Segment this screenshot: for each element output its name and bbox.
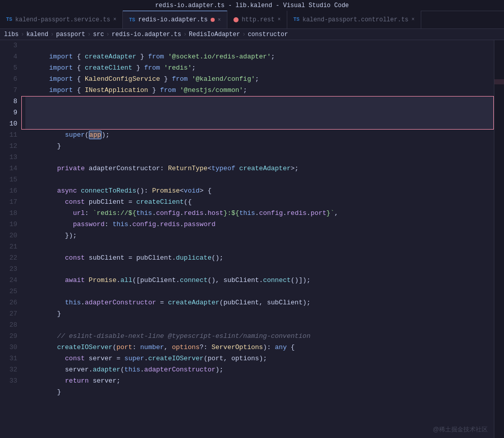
line-num-29: 29 <box>0 331 17 342</box>
line-num-31: 31 <box>0 353 17 364</box>
breadcrumb-class: RedisIoAdapter <box>189 31 240 38</box>
code-line-12 <box>25 141 494 152</box>
code-line-32: return server; <box>25 364 494 376</box>
code-line-13: private adapterConstructor: ReturnType<t… <box>25 152 494 163</box>
breadcrumb-libs: libs <box>4 31 19 38</box>
line-num-12: 12 <box>0 141 17 152</box>
line-num-27: 27 <box>0 308 17 320</box>
line-num-15: 15 <box>0 174 17 185</box>
line-num-30: 30 <box>0 342 17 353</box>
code-line-14 <box>25 163 494 174</box>
code-line-10: super(app); <box>25 118 494 130</box>
ts-icon: TS <box>6 17 12 22</box>
code-line-11: } <box>25 130 494 141</box>
ts-icon: TS <box>293 17 299 22</box>
code-line-30: const server = super.createIOServer(port… <box>25 342 494 353</box>
tab-close-icon[interactable]: × <box>218 17 221 23</box>
line-num-20: 20 <box>0 230 17 241</box>
code-line-16: const pubClient = createClient({ <box>25 185 494 197</box>
code-line-33: } <box>25 376 494 387</box>
modified-indicator <box>211 18 215 22</box>
line-num-22: 22 <box>0 253 17 264</box>
line-numbers: 3 4 5 6 7 8 9 10 11 12 13 14 15 16 17 18… <box>0 40 21 438</box>
line-num-16: 16 <box>0 185 17 197</box>
breadcrumb-constructor: constructor <box>248 31 288 38</box>
code-line-21: const subClient = pubClient.duplicate(); <box>25 241 494 253</box>
line-num-5: 5 <box>0 62 17 74</box>
code-area: 3 4 5 6 7 8 9 10 11 12 13 14 15 16 17 18… <box>0 40 504 438</box>
line-num-9: 9 <box>0 107 17 118</box>
code-line-17: url: `redis://${this.config.redis.host}:… <box>25 197 494 208</box>
line-num-10: 10 <box>0 118 17 130</box>
line-num-33: 33 <box>0 376 17 387</box>
tab-bar: TS kalend-passport.service.ts × TS redis… <box>0 11 504 29</box>
line-num-25: 25 <box>0 286 17 297</box>
tab-http-rest[interactable]: http.rest × <box>227 11 287 28</box>
code-line-9: constructor(app: INestApplication, priva… <box>25 107 494 118</box>
line-num-24: 24 <box>0 275 17 286</box>
breadcrumb-src: src <box>93 31 104 38</box>
code-line-27 <box>25 308 494 320</box>
code-line-6: import { INestApplication } from '@nestj… <box>25 74 494 85</box>
line-num-21: 21 <box>0 241 17 253</box>
line-num-13: 13 <box>0 152 17 163</box>
ts-icon: TS <box>129 17 135 23</box>
code-line-3: import { createAdapter } from '@socket.i… <box>25 40 494 51</box>
code-line-15: async connectToRedis(): Promise<void> { <box>25 174 494 185</box>
code-line-22 <box>25 253 494 264</box>
title-text: redis-io.adapter.ts - lib.kalend - Visua… <box>155 2 349 9</box>
tab-close-icon[interactable]: × <box>412 17 415 22</box>
line-num-26: 26 <box>0 297 17 308</box>
code-line-28: // eslint-disable-next-line @typescript-… <box>25 320 494 331</box>
line-num-28: 28 <box>0 320 17 331</box>
line-num-11: 11 <box>0 130 17 141</box>
title-bar: redis-io.adapter.ts - lib.kalend - Visua… <box>0 0 504 11</box>
tab-close-icon[interactable]: × <box>278 17 281 22</box>
code-line-24 <box>25 275 494 286</box>
tab-kalend-passport-controller[interactable]: TS kalend-passport.controller.ts × <box>287 11 421 28</box>
rest-icon <box>233 17 239 22</box>
minimap-highlight <box>494 79 504 84</box>
tab-label: kalend-passport.controller.ts <box>303 16 409 23</box>
code-line-23: await Promise.all([pubClient.connect(), … <box>25 264 494 275</box>
breadcrumb: libs › kalend › passport › src › redis-i… <box>0 29 504 40</box>
code-line-29: createIOServer(port: number, options?: S… <box>25 331 494 342</box>
line-num-17: 17 <box>0 197 17 208</box>
minimap[interactable] <box>494 40 504 438</box>
tab-kalend-passport-service[interactable]: TS kalend-passport.service.ts × <box>0 11 123 28</box>
tab-label: kalend-passport.service.ts <box>15 16 110 23</box>
line-num-3: 3 <box>0 40 17 51</box>
code-line-31: server.adapter(this.adapterConstructor); <box>25 353 494 364</box>
code-line-25: this.adapterConstructor = createAdapter(… <box>25 286 494 297</box>
code-line-18: password: this.config.redis.password <box>25 208 494 219</box>
line-num-14: 14 <box>0 163 17 174</box>
code-line-7: import { } from ' -then'; <box>25 85 494 96</box>
line-num-4: 4 <box>0 51 17 62</box>
code-line-8: export class RedisIoAdapter extends IoAd… <box>25 96 494 107</box>
line-num-6: 6 <box>0 74 17 85</box>
tab-redis-io-adapter[interactable]: TS redis-io.adapter.ts × <box>123 11 227 28</box>
tab-label: redis-io.adapter.ts <box>138 16 208 23</box>
line-num-8: 8 <box>0 96 17 107</box>
line-num-19: 19 <box>0 219 17 230</box>
breadcrumb-passport: passport <box>56 31 85 38</box>
breadcrumb-kalend: kalend <box>26 31 48 38</box>
tab-close-icon[interactable]: × <box>113 17 116 22</box>
watermark: @稀土掘金技术社区 <box>433 425 488 434</box>
line-num-18: 18 <box>0 208 17 219</box>
tab-label: http.rest <box>242 16 275 23</box>
code-editor[interactable]: import { createAdapter } from '@socket.i… <box>21 40 494 438</box>
code-line-26: } <box>25 297 494 308</box>
breadcrumb-file: redis-io.adapter.ts <box>112 31 181 38</box>
line-num-32: 32 <box>0 364 17 376</box>
line-num-23: 23 <box>0 264 17 275</box>
code-line-19: }); <box>25 219 494 230</box>
code-line-20 <box>25 230 494 241</box>
code-line-5: import { KalendConfigService } from '@ka… <box>25 62 494 74</box>
code-line-4: import { createClient } from 'redis'; <box>25 51 494 62</box>
line-num-7: 7 <box>0 85 17 96</box>
